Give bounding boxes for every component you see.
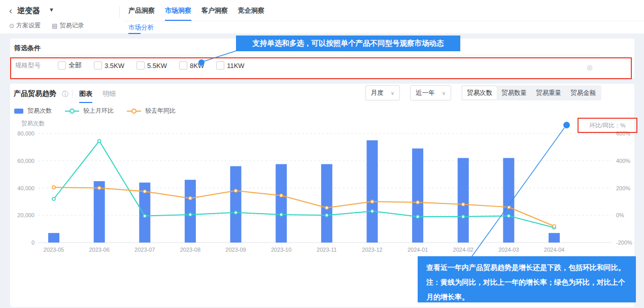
right-axis-highlight-box: 环比/同比：% xyxy=(578,118,637,133)
legend-贸易次数[interactable]: 贸易次数 xyxy=(14,107,52,115)
header-divider xyxy=(119,6,120,18)
trend-tip-callout: 查看近一年内产品贸易趋势是增长还是下跌，包括环比和同比。注：黄线为同比，对比上一… xyxy=(418,256,636,302)
legend-label: 贸易次数 xyxy=(27,107,52,115)
checkbox-label: 11KW xyxy=(227,62,244,70)
annotation-dot xyxy=(198,59,205,65)
product-title[interactable]: 逆变器 xyxy=(17,6,40,16)
checkbox-box[interactable] xyxy=(179,61,187,70)
svg-text:40,000: 40,000 xyxy=(17,185,35,191)
checkbox-11KW[interactable]: 11KW xyxy=(216,61,244,70)
filter-separator xyxy=(14,55,600,55)
viewtab-图表[interactable]: 图表 xyxy=(79,89,92,103)
period-select[interactable]: 月度 ∨ xyxy=(365,85,400,100)
back-icon[interactable]: ‹ xyxy=(9,6,12,16)
period-select-value: 月度 xyxy=(371,89,384,97)
svg-text:-200%: -200% xyxy=(616,239,632,246)
title-divider xyxy=(72,90,73,98)
svg-text:80,000: 80,000 xyxy=(17,130,35,136)
range-select[interactable]: 近一年 ∨ xyxy=(410,85,451,100)
metric-button-group: 贸易次数贸易数量贸易重量贸易金额 xyxy=(461,85,601,100)
svg-text:2023-07: 2023-07 xyxy=(134,247,155,253)
svg-text:2023-09: 2023-09 xyxy=(225,247,246,253)
trend-tip-line: 查看近一年内产品贸易趋势是增长还是下跌，包括环比和同比。 xyxy=(426,260,636,275)
trend-tip-line: 月的增长率。 xyxy=(426,290,636,304)
checkbox-box[interactable] xyxy=(137,61,145,70)
legend-marker xyxy=(70,109,75,114)
range-select-value: 近一年 xyxy=(416,89,435,97)
checkbox-label: 3.5KW xyxy=(105,62,124,70)
svg-text:0%: 0% xyxy=(616,212,624,218)
svg-text:0: 0 xyxy=(31,239,35,246)
checkbox-全部[interactable]: 全部 xyxy=(58,61,82,70)
trend-title: 产品贸易趋势 xyxy=(14,89,56,98)
svg-text:400%: 400% xyxy=(616,158,630,164)
quick-links: ⊙方案设置▤贸易记录 xyxy=(9,21,84,30)
right-axis-title: 环比/同比：% xyxy=(590,122,626,129)
legend-较上月环比[interactable]: 较上月环比 xyxy=(65,107,114,115)
filter-settings-icon[interactable]: ◎ xyxy=(587,63,592,71)
info-icon[interactable]: ⓘ xyxy=(62,90,69,99)
svg-text:2023-06: 2023-06 xyxy=(89,247,109,253)
subtab-market-analysis[interactable]: 市场分析 xyxy=(128,23,154,36)
quicklink-label: 贸易记录 xyxy=(59,21,84,30)
svg-text:2023-05: 2023-05 xyxy=(44,247,64,253)
svg-text:2023-11: 2023-11 xyxy=(317,247,337,253)
metric-button-贸易次数[interactable]: 贸易次数 xyxy=(462,86,497,99)
svg-text:2023-12: 2023-12 xyxy=(362,247,382,253)
document-icon: ▤ xyxy=(52,22,57,29)
view-tabs: 图表明细 xyxy=(79,89,116,103)
annotation-dot xyxy=(563,122,570,128)
quicklink-贸易记录[interactable]: ▤贸易记录 xyxy=(52,21,84,30)
chevron-down-icon: ∨ xyxy=(391,90,394,96)
viewtab-明细[interactable]: 明细 xyxy=(103,89,116,103)
top-header: ‹ 逆变器 ▼ ⊙方案设置▤贸易记录 产品洞察市场洞察客户洞察竞企洞察 市场分析 xyxy=(0,0,644,33)
legend-bar-swatch xyxy=(14,109,23,114)
trend-tip-line: 注：黄线为同比，对比上一年的增长率；绿色为环比，对比上个 xyxy=(426,275,636,290)
tabs-baseline xyxy=(123,21,644,21)
metric-button-贸易重量[interactable]: 贸易重量 xyxy=(531,86,566,99)
svg-text:2024-01: 2024-01 xyxy=(408,247,428,253)
legend-较去年同比[interactable]: 较去年同比 xyxy=(127,107,176,115)
target-icon: ⊙ xyxy=(9,22,14,29)
chart-legend: 贸易次数较上月环比较去年同比 xyxy=(14,107,176,115)
svg-text:2024-02: 2024-02 xyxy=(453,247,473,253)
tab-市场洞察[interactable]: 市场洞察 xyxy=(165,6,191,21)
quicklink-label: 方案设置 xyxy=(16,21,41,30)
svg-text:200%: 200% xyxy=(616,185,630,191)
metric-button-贸易金额[interactable]: 贸易金额 xyxy=(566,86,600,99)
trend-controls: 月度 ∨ 近一年 ∨ 贸易次数贸易数量贸易重量贸易金额 xyxy=(365,85,601,100)
svg-text:2024-03: 2024-03 xyxy=(498,247,519,253)
tab-产品洞察[interactable]: 产品洞察 xyxy=(128,6,155,21)
spec-checkbox-list: 全部3.5KW5.5KW8KW11KW xyxy=(58,61,245,70)
legend-label: 较去年同比 xyxy=(145,107,176,115)
svg-text:2023-10: 2023-10 xyxy=(271,247,291,253)
checkbox-label: 5.5KW xyxy=(147,62,167,70)
filter-title: 筛选条件 xyxy=(14,44,41,53)
legend-label: 较上月环比 xyxy=(83,107,114,115)
chevron-down-icon: ∨ xyxy=(442,90,446,96)
tab-竞企洞察[interactable]: 竞企洞察 xyxy=(238,6,264,21)
svg-text:20,000: 20,000 xyxy=(17,212,35,218)
legend-line-swatch xyxy=(65,109,79,114)
legend-marker xyxy=(131,109,137,114)
trend-chart[interactable]: 80,000600%60,000400%40,000200%20,0000%0-… xyxy=(10,116,634,258)
checkbox-3.5KW[interactable]: 3.5KW xyxy=(94,61,124,70)
checkbox-label: 全部 xyxy=(69,61,82,70)
metric-button-贸易数量[interactable]: 贸易数量 xyxy=(497,86,531,99)
tab-客户洞察[interactable]: 客户洞察 xyxy=(201,6,228,21)
filter-tip-callout: 支持单选和多选，可以按照单个产品不同型号观察市场动态 xyxy=(236,36,460,51)
checkbox-5.5KW[interactable]: 5.5KW xyxy=(137,61,167,70)
main-tabs: 产品洞察市场洞察客户洞察竞企洞察 xyxy=(128,6,264,21)
quicklink-方案设置[interactable]: ⊙方案设置 xyxy=(9,21,41,30)
filter-row: 规格型号 全部3.5KW5.5KW8KW11KW xyxy=(15,61,245,70)
filter-label: 规格型号 xyxy=(15,61,41,70)
checkbox-box[interactable] xyxy=(216,61,224,70)
legend-line-swatch xyxy=(127,109,141,114)
caret-down-icon[interactable]: ▼ xyxy=(49,7,54,13)
svg-text:60,000: 60,000 xyxy=(17,158,35,164)
checkbox-box[interactable] xyxy=(94,61,102,70)
svg-text:2024-04: 2024-04 xyxy=(544,247,564,253)
svg-text:2023-08: 2023-08 xyxy=(180,247,200,253)
checkbox-box[interactable] xyxy=(58,61,66,70)
